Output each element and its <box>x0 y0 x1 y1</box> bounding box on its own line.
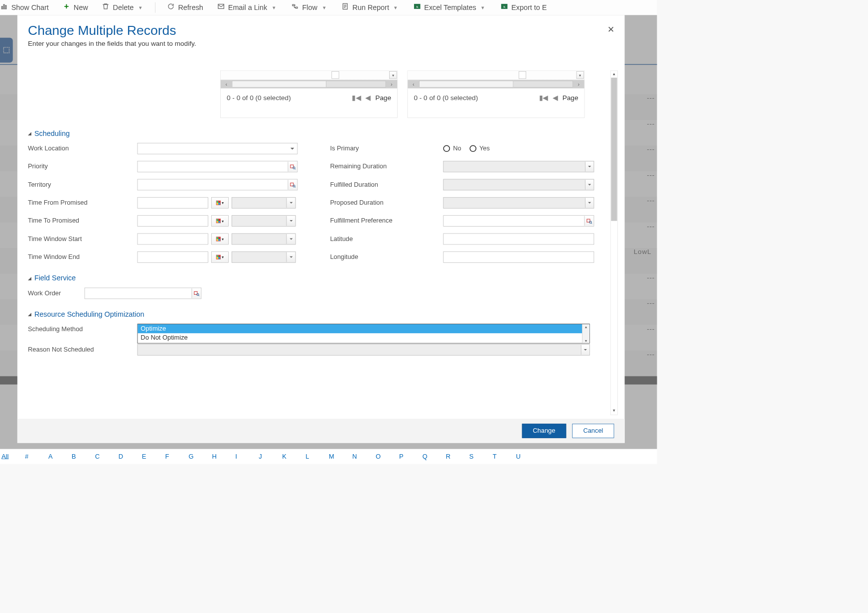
chevron-down-icon[interactable]: ▾ <box>392 4 399 10</box>
dialog-vscrollbar[interactable]: ▴ ▾ <box>610 71 618 415</box>
chevron-down-icon[interactable]: ▾ <box>270 4 277 10</box>
alpha-f[interactable]: F <box>165 453 189 460</box>
change-button[interactable]: Change <box>522 424 566 438</box>
chevron-down-icon[interactable]: ▾ <box>320 4 327 10</box>
date-input[interactable] <box>138 197 208 209</box>
scroll-thumb[interactable] <box>611 78 617 221</box>
scroll-up-icon[interactable]: ▴ <box>611 71 618 78</box>
scroll-right-icon[interactable]: › <box>573 81 584 87</box>
scroll-right-icon[interactable]: › <box>386 81 397 87</box>
dropdown-scrollbar[interactable]: ▴▾ <box>582 324 589 343</box>
lookup-icon[interactable] <box>288 180 297 190</box>
horizontal-scroll[interactable]: ‹ › <box>408 80 584 88</box>
time-input[interactable] <box>232 251 296 263</box>
time-input[interactable] <box>232 234 296 245</box>
close-icon[interactable]: ✕ <box>607 25 614 35</box>
new-button[interactable]: + New <box>62 3 88 12</box>
scroll-down-icon[interactable]: ▾ <box>585 338 587 343</box>
work-location-select[interactable] <box>138 143 298 154</box>
flow-button[interactable]: Flow ▾ <box>291 3 328 12</box>
chevron-down-icon[interactable]: ▾ <box>137 4 144 10</box>
alpha-g[interactable]: G <box>189 453 212 460</box>
scroll-up-icon[interactable]: ▴ <box>585 324 587 329</box>
alpha-u[interactable]: U <box>516 453 540 460</box>
chevron-down-icon[interactable]: ▾ <box>389 71 397 79</box>
remaining-duration-input[interactable] <box>443 161 594 172</box>
longitude-input[interactable] <box>443 251 594 263</box>
picker-box[interactable] <box>519 71 526 79</box>
calendar-icon[interactable]: ▾ <box>211 251 229 263</box>
scroll-left-icon[interactable]: ‹ <box>408 81 419 87</box>
show-chart-button[interactable]: Show Chart <box>0 3 49 12</box>
dropdown-option-optimize[interactable]: Optimize <box>138 324 589 333</box>
first-page-icon[interactable]: ▮◀ <box>352 94 361 102</box>
scroll-down-icon[interactable]: ▾ <box>611 408 618 415</box>
alpha-hash[interactable]: # <box>25 453 48 460</box>
delete-button[interactable]: Delete ▾ <box>102 3 144 12</box>
section-header-field-service[interactable]: ◢ Field Service <box>28 274 609 282</box>
cancel-button[interactable]: Cancel <box>572 424 614 438</box>
reason-not-scheduled-input[interactable] <box>138 344 590 356</box>
alpha-k[interactable]: K <box>282 453 305 460</box>
fulfilled-duration-input[interactable] <box>443 179 594 191</box>
proposed-duration-input[interactable] <box>443 197 594 209</box>
excel-templates-button[interactable]: X Excel Templates ▾ <box>413 3 487 12</box>
calendar-icon[interactable]: ▾ <box>211 215 229 227</box>
section-header-rso[interactable]: ◢ Resource Scheduling Optimization <box>28 310 609 319</box>
refresh-button[interactable]: Refresh <box>167 3 203 12</box>
chevron-down-icon[interactable]: ▾ <box>577 71 584 79</box>
alpha-m[interactable]: M <box>329 453 352 460</box>
alpha-e[interactable]: E <box>142 453 165 460</box>
first-page-icon[interactable]: ▮◀ <box>539 94 548 102</box>
alpha-d[interactable]: D <box>119 453 142 460</box>
alpha-b[interactable]: B <box>72 453 95 460</box>
radio-no[interactable]: No <box>443 145 461 152</box>
section-header-scheduling[interactable]: ◢ Scheduling <box>28 129 609 138</box>
email-link-button[interactable]: Email a Link ▾ <box>217 3 277 12</box>
alpha-p[interactable]: P <box>399 453 423 460</box>
priority-lookup[interactable] <box>138 161 298 172</box>
alpha-c[interactable]: C <box>95 453 119 460</box>
date-input[interactable] <box>138 234 208 245</box>
prev-page-icon[interactable]: ◀ <box>553 94 558 102</box>
alpha-s[interactable]: S <box>469 453 493 460</box>
alpha-j[interactable]: J <box>259 453 282 460</box>
territory-lookup[interactable] <box>138 179 298 191</box>
alpha-q[interactable]: Q <box>423 453 446 460</box>
chevron-down-icon[interactable]: ▾ <box>479 4 486 10</box>
horizontal-scroll[interactable]: ‹ › <box>221 80 397 88</box>
alpha-h[interactable]: H <box>212 453 235 460</box>
chevron-down-icon[interactable] <box>581 345 589 355</box>
time-input[interactable] <box>232 197 296 209</box>
export-button[interactable]: X Export to E <box>500 3 547 12</box>
chevron-down-icon[interactable] <box>585 198 593 208</box>
calendar-icon[interactable]: ▾ <box>211 197 229 209</box>
lookup-icon[interactable] <box>288 162 297 172</box>
latitude-input[interactable] <box>443 234 594 245</box>
alpha-l[interactable]: L <box>305 453 329 460</box>
alpha-o[interactable]: O <box>376 453 399 460</box>
fulfillment-preference-lookup[interactable] <box>443 215 594 227</box>
chevron-down-icon[interactable] <box>585 162 593 172</box>
scroll-left-icon[interactable]: ‹ <box>221 81 232 87</box>
date-input[interactable] <box>138 251 208 263</box>
alpha-i[interactable]: I <box>235 453 259 460</box>
work-order-lookup[interactable] <box>85 288 202 299</box>
dropdown-option-do-not-optimize[interactable]: Do Not Optimize <box>138 333 589 342</box>
alpha-all[interactable]: All <box>1 453 25 460</box>
scroll-thumb[interactable] <box>419 81 513 88</box>
radio-yes[interactable]: Yes <box>469 145 490 152</box>
date-input[interactable] <box>138 215 208 227</box>
alpha-t[interactable]: T <box>493 453 516 460</box>
lookup-icon[interactable] <box>192 288 201 298</box>
lookup-icon[interactable] <box>584 216 593 226</box>
scroll-thumb[interactable] <box>232 81 326 88</box>
picker-box[interactable] <box>331 71 339 79</box>
alpha-a[interactable]: A <box>48 453 72 460</box>
alpha-n[interactable]: N <box>352 453 376 460</box>
chevron-down-icon[interactable] <box>585 180 593 190</box>
alpha-r[interactable]: R <box>446 453 469 460</box>
scheduling-method-dropdown[interactable]: Optimize Do Not Optimize ▴▾ <box>138 324 590 343</box>
run-report-button[interactable]: Run Report ▾ <box>341 3 400 12</box>
prev-page-icon[interactable]: ◀ <box>365 94 371 102</box>
